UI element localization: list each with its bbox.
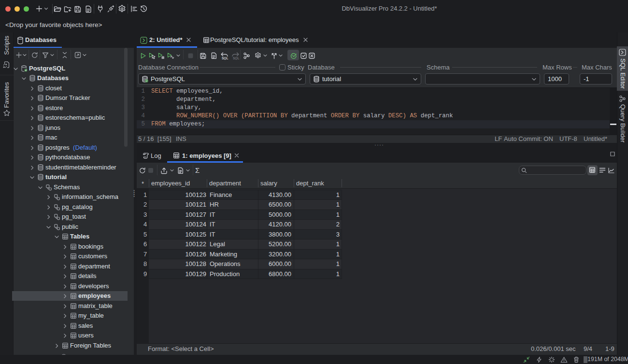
- svg-text:SQL: SQL: [222, 56, 228, 60]
- svg-text:SQL: SQL: [233, 56, 239, 60]
